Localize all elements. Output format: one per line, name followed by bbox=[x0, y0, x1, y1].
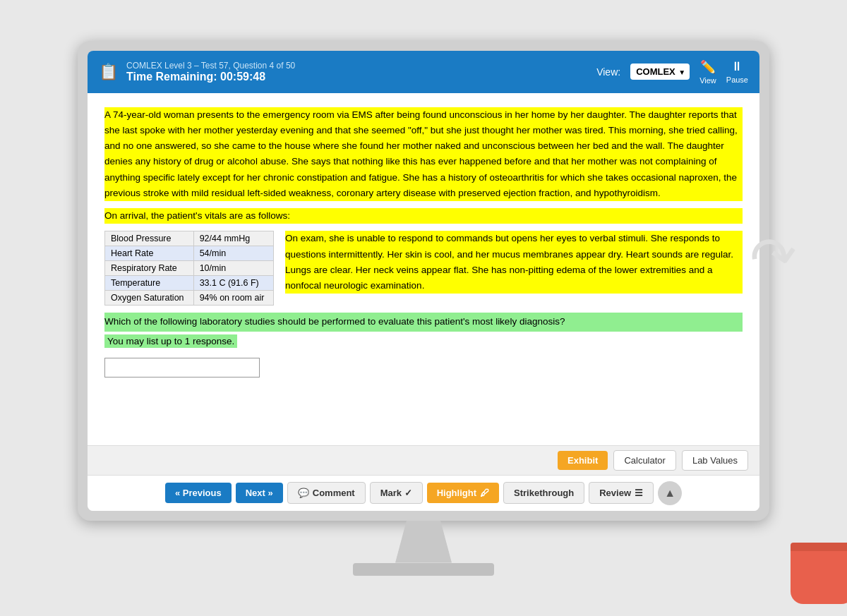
vital-value: 54/min bbox=[193, 246, 273, 261]
passage-paragraph: A 74-year-old woman presents to the emer… bbox=[104, 107, 743, 202]
monitor-stand bbox=[353, 521, 494, 576]
table-row: Heart Rate 54/min bbox=[105, 246, 274, 261]
stand-neck bbox=[395, 521, 452, 563]
monitor-inner: 📋 COMLEX Level 3 – Test 57, Question 4 o… bbox=[88, 51, 759, 511]
question-section: Which of the following laboratory studie… bbox=[104, 313, 743, 377]
previous-button[interactable]: « Previous bbox=[165, 483, 232, 503]
chevron-up-icon: ▲ bbox=[664, 487, 675, 500]
exam-text: On exam, she is unable to respond to com… bbox=[285, 231, 743, 294]
review-label: Review bbox=[599, 488, 631, 498]
vital-label: Oxygen Saturation bbox=[105, 291, 194, 306]
vital-value: 94% on room air bbox=[193, 291, 273, 306]
comment-icon: 💬 bbox=[298, 488, 309, 498]
table-row: Temperature 33.1 C (91.6 F) bbox=[105, 276, 274, 291]
view-button-label: View bbox=[699, 76, 716, 85]
stand-base bbox=[353, 563, 494, 576]
strikethrough-label: Strikethrough bbox=[514, 488, 574, 498]
pause-icon: ⏸ bbox=[731, 59, 743, 74]
strikethrough-button[interactable]: Strikethrough bbox=[503, 482, 584, 504]
vitals-header: On arrival, the patient's vitals are as … bbox=[104, 208, 743, 224]
review-button[interactable]: Review ☰ bbox=[589, 482, 654, 504]
mark-button[interactable]: Mark ✓ bbox=[370, 482, 423, 504]
response-note: You may list up to 1 response. bbox=[104, 334, 237, 348]
table-row: Blood Pressure 92/44 mmHg bbox=[105, 231, 274, 246]
view-select[interactable]: COMLEX bbox=[630, 64, 690, 80]
vitals-section: Blood Pressure 92/44 mmHg Heart Rate 54/… bbox=[104, 231, 743, 306]
pause-button[interactable]: ⏸ Pause bbox=[726, 59, 748, 84]
vital-value: 33.1 C (91.6 F) bbox=[193, 276, 273, 291]
header-title-block: COMLEX Level 3 – Test 57, Question 4 of … bbox=[126, 61, 295, 83]
comment-button[interactable]: 💬 Comment bbox=[287, 482, 366, 504]
header-bar: 📋 COMLEX Level 3 – Test 57, Question 4 o… bbox=[88, 51, 759, 93]
vital-label: Blood Pressure bbox=[105, 231, 194, 246]
mark-label: Mark ✓ bbox=[380, 488, 412, 498]
table-row: Respiratory Rate 10/min bbox=[105, 261, 274, 276]
main-content: A 74-year-old woman presents to the emer… bbox=[88, 93, 759, 445]
highlight-icon: 🖊 bbox=[480, 488, 489, 498]
vital-label: Respiratory Rate bbox=[105, 261, 194, 276]
table-row: Oxygen Saturation 94% on room air bbox=[105, 291, 274, 306]
header-left: 📋 COMLEX Level 3 – Test 57, Question 4 o… bbox=[99, 61, 295, 83]
vital-label: Heart Rate bbox=[105, 246, 194, 261]
lab-values-button[interactable]: Lab Values bbox=[682, 450, 748, 471]
vital-value: 92/44 mmHg bbox=[193, 231, 273, 246]
vitals-table: Blood Pressure 92/44 mmHg Heart Rate 54/… bbox=[104, 231, 274, 306]
comment-label: Comment bbox=[313, 488, 355, 498]
question-text: Which of the following laboratory studie… bbox=[104, 313, 743, 331]
pencil-icon: ✏️ bbox=[700, 59, 716, 75]
view-select-wrapper[interactable]: COMLEX bbox=[630, 64, 690, 80]
answer-input[interactable] bbox=[104, 358, 260, 378]
vital-value: 10/min bbox=[193, 261, 273, 276]
bottom-area: Exhibit Calculator Lab Values bbox=[88, 445, 759, 475]
pause-button-label: Pause bbox=[726, 76, 748, 84]
highlight-label: Highlight bbox=[437, 488, 476, 498]
monitor-screen: 📋 COMLEX Level 3 – Test 57, Question 4 o… bbox=[78, 41, 769, 521]
exhibit-button[interactable]: Exhibit bbox=[558, 451, 608, 470]
header-subtitle: COMLEX Level 3 – Test 57, Question 4 of … bbox=[126, 61, 295, 71]
view-button[interactable]: ✏️ View bbox=[699, 59, 716, 85]
next-label: Next » bbox=[246, 488, 273, 498]
vital-label: Temperature bbox=[105, 276, 194, 291]
cup-body bbox=[791, 551, 847, 604]
highlight-button[interactable]: Highlight 🖊 bbox=[427, 483, 499, 503]
calculator-button[interactable]: Calculator bbox=[613, 450, 676, 471]
scroll-up-button[interactable]: ▲ bbox=[658, 481, 682, 505]
list-icon: ☰ bbox=[635, 488, 643, 498]
next-button[interactable]: Next » bbox=[236, 483, 283, 503]
copy-icon: 📋 bbox=[99, 63, 118, 81]
header-time: Time Remaining: 00:59:48 bbox=[126, 71, 295, 83]
cup-rim bbox=[791, 543, 847, 551]
header-right: View: COMLEX ✏️ View ⏸ Pause bbox=[596, 59, 748, 85]
nav-bar: « Previous Next » 💬 Comment Mark ✓ Highl… bbox=[88, 475, 759, 511]
previous-label: « Previous bbox=[175, 488, 222, 498]
view-label: View: bbox=[596, 66, 620, 78]
coffee-cup bbox=[791, 543, 847, 604]
